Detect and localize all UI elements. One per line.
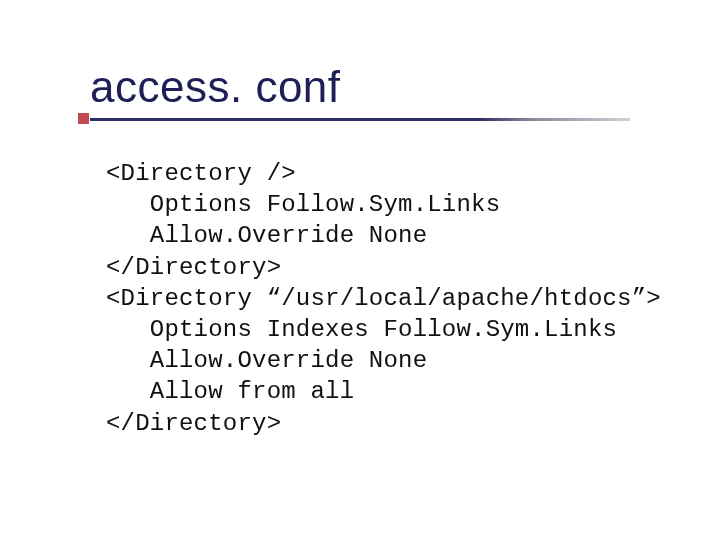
code-line: Allow.Override None [106, 347, 427, 374]
code-line: Allow.Override None [106, 222, 427, 249]
slide: access. conf <Directory /> Options Follo… [0, 0, 720, 540]
code-line: </Directory> [106, 410, 281, 437]
code-line: Options Follow.Sym.Links [106, 191, 500, 218]
title-wrap: access. conf [90, 62, 341, 112]
code-block: <Directory /> Options Follow.Sym.Links A… [106, 158, 661, 439]
page-title: access. conf [90, 62, 341, 111]
code-line: </Directory> [106, 254, 281, 281]
title-underline [90, 118, 630, 121]
code-line: Options Indexes Follow.Sym.Links [106, 316, 617, 343]
accent-square-icon [78, 113, 89, 124]
code-line: Allow from all [106, 378, 354, 405]
code-line: <Directory /> [106, 160, 296, 187]
code-line: <Directory “/usr/local/apache/htdocs”> [106, 285, 661, 312]
